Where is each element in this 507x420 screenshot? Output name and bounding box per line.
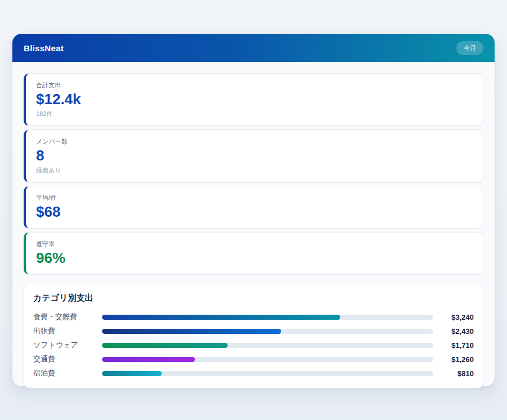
category-bar-track bbox=[102, 357, 433, 362]
category-value: $810 bbox=[437, 369, 474, 378]
category-bar-track bbox=[102, 343, 433, 348]
dashboard-panel: BlissNeat 今月 合計支出$12.4k182件メンバー数8経費あり平均/… bbox=[12, 34, 495, 386]
stat-card: 合計支出$12.4k182件 bbox=[24, 73, 483, 126]
category-value: $1,260 bbox=[437, 355, 474, 364]
dashboard-content: 合計支出$12.4k182件メンバー数8経費あり平均/件$68遵守率96% カテ… bbox=[12, 62, 495, 400]
stat-card: メンバー数8経費あり bbox=[24, 129, 483, 182]
stat-value: 8 bbox=[36, 148, 473, 164]
stat-sublabel: 経費あり bbox=[36, 166, 473, 175]
stat-card: 遵守率96% bbox=[24, 232, 483, 275]
category-bar-list: 食費・交際費$3,240出張費$2,430ソフトウェア$1,710交通費$1,2… bbox=[33, 310, 474, 381]
category-bar-fill bbox=[102, 329, 281, 334]
category-value: $1,710 bbox=[437, 341, 474, 350]
category-value: $3,240 bbox=[437, 313, 474, 321]
category-bar-fill bbox=[102, 315, 340, 320]
category-breakdown-title: カテゴリ別支出 bbox=[33, 293, 474, 303]
category-bar-fill bbox=[102, 343, 228, 348]
category-bar-row: 交通費$1,260 bbox=[33, 352, 474, 367]
stat-label: 遵守率 bbox=[36, 240, 473, 248]
category-bar-track bbox=[102, 329, 433, 334]
category-label: 出張費 bbox=[33, 326, 102, 336]
stat-label: 平均/件 bbox=[36, 194, 473, 202]
category-bar-row: ソフトウェア$1,710 bbox=[33, 338, 474, 352]
stat-sublabel: 182件 bbox=[36, 110, 473, 118]
category-breakdown-card: カテゴリ別支出 食費・交際費$3,240出張費$2,430ソフトウェア$1,71… bbox=[24, 284, 483, 388]
stat-value: $12.4k bbox=[36, 91, 473, 108]
stat-cards: 合計支出$12.4k182件メンバー数8経費あり平均/件$68遵守率96% bbox=[24, 73, 483, 275]
stat-label: メンバー数 bbox=[36, 137, 473, 146]
category-label: 食費・交際費 bbox=[33, 312, 102, 322]
category-value: $2,430 bbox=[437, 327, 474, 336]
stat-value: $68 bbox=[36, 204, 473, 221]
category-bar-row: 宿泊費$810 bbox=[33, 367, 474, 381]
app-title: BlissNeat bbox=[24, 43, 64, 53]
category-bar-row: 出張費$2,430 bbox=[33, 324, 474, 338]
stat-card: 平均/件$68 bbox=[24, 186, 483, 229]
stat-label: 合計支出 bbox=[36, 81, 473, 90]
period-badge[interactable]: 今月 bbox=[456, 41, 483, 55]
category-bar-fill bbox=[102, 371, 162, 376]
category-bar-fill bbox=[102, 357, 195, 362]
category-label: 宿泊費 bbox=[33, 368, 102, 378]
category-bar-track bbox=[102, 371, 433, 376]
stat-value: 96% bbox=[36, 250, 473, 267]
category-label: 交通費 bbox=[33, 354, 102, 364]
app-header: BlissNeat 今月 bbox=[12, 34, 495, 62]
category-bar-row: 食費・交際費$3,240 bbox=[33, 310, 474, 324]
category-bar-track bbox=[102, 315, 433, 320]
category-label: ソフトウェア bbox=[33, 340, 102, 350]
